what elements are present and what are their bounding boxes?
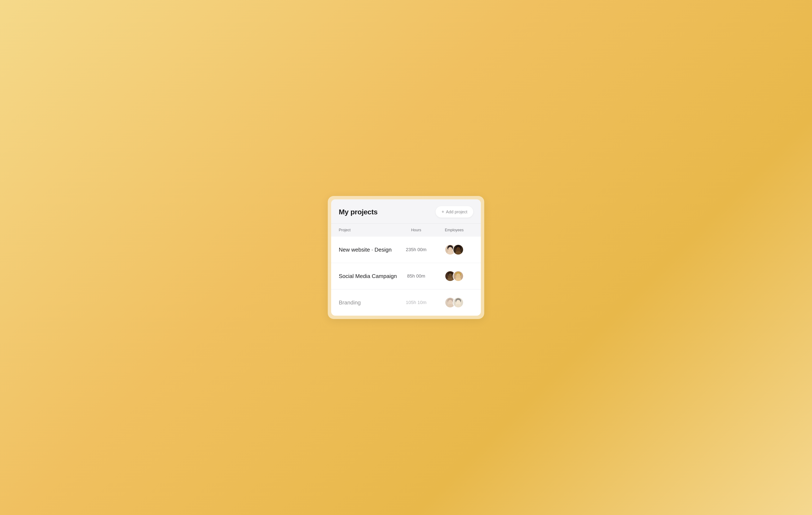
svg-point-4 bbox=[447, 251, 453, 255]
avatar bbox=[453, 297, 464, 308]
avatar-group bbox=[445, 271, 464, 282]
table-body: New website · Design 235h 00m bbox=[331, 237, 481, 315]
avatar bbox=[453, 244, 464, 255]
table-row[interactable]: Social Media Campaign 85h 00m bbox=[331, 263, 481, 290]
card-header: My projects + Add project bbox=[331, 200, 481, 223]
add-project-label: Add project bbox=[446, 210, 467, 214]
svg-point-18 bbox=[447, 278, 453, 281]
project-name: Social Media Campaign bbox=[339, 273, 397, 279]
inner-card: My projects + Add project Project Hours … bbox=[331, 200, 481, 315]
plus-icon: + bbox=[441, 209, 444, 215]
table-header: Project Hours Employees bbox=[331, 224, 481, 237]
employees-cell bbox=[435, 297, 473, 308]
hours-value: 105h 10m bbox=[397, 300, 435, 305]
svg-point-3 bbox=[448, 247, 452, 251]
project-name: Branding bbox=[339, 299, 397, 306]
svg-point-23 bbox=[455, 278, 461, 281]
svg-point-8 bbox=[456, 247, 460, 251]
project-name: New website · Design bbox=[339, 246, 397, 253]
employees-cell bbox=[435, 271, 473, 282]
hours-value: 85h 00m bbox=[397, 273, 435, 279]
avatar-group bbox=[445, 244, 464, 255]
table-row[interactable]: New website · Design 235h 00m bbox=[331, 237, 481, 263]
svg-point-13 bbox=[448, 274, 452, 277]
avatar-group bbox=[445, 297, 464, 308]
avatar bbox=[453, 271, 464, 282]
svg-rect-15 bbox=[451, 275, 452, 275]
column-header-project: Project bbox=[339, 228, 397, 232]
table-row[interactable]: Branding 105h 10m bbox=[331, 290, 481, 315]
employees-cell bbox=[435, 244, 473, 255]
hours-value: 235h 00m bbox=[397, 247, 435, 252]
svg-point-32 bbox=[456, 300, 460, 304]
outer-card: My projects + Add project Project Hours … bbox=[328, 196, 484, 319]
svg-point-27 bbox=[448, 300, 452, 304]
column-header-hours: Hours bbox=[397, 228, 435, 232]
svg-point-28 bbox=[447, 304, 453, 308]
svg-rect-14 bbox=[448, 275, 449, 275]
svg-point-22 bbox=[456, 274, 460, 277]
add-project-button[interactable]: + Add project bbox=[436, 206, 473, 217]
svg-point-9 bbox=[455, 251, 461, 255]
column-header-employees: Employees bbox=[435, 228, 473, 232]
svg-point-33 bbox=[455, 304, 461, 308]
page-title: My projects bbox=[339, 208, 377, 216]
